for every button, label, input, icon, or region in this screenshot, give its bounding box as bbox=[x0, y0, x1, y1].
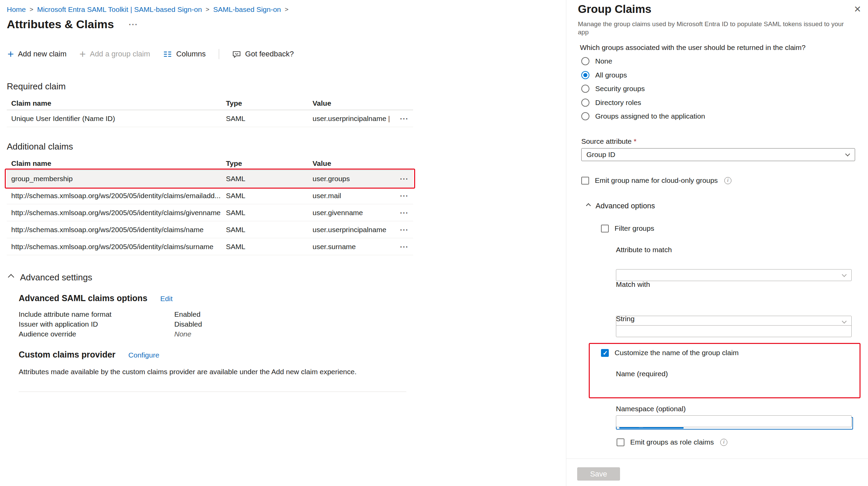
attribute-to-match-label: Attribute to match bbox=[616, 246, 672, 254]
attribute-to-match-dropdown[interactable] bbox=[616, 269, 852, 281]
table-row[interactable]: http://schemas.xmlsoap.org/ws/2005/05/id… bbox=[7, 204, 413, 221]
radio-label: Directory roles bbox=[595, 99, 641, 107]
more-options-icon[interactable] bbox=[128, 20, 138, 29]
kv-value: Enabled bbox=[174, 309, 200, 319]
checkbox-label: Customize the name of the group claim bbox=[615, 349, 739, 357]
page-title: Attributes & Claims bbox=[7, 18, 114, 31]
add-new-claim-button[interactable]: Add new claim bbox=[7, 49, 67, 59]
kv-value: None bbox=[174, 329, 191, 339]
breadcrumb-separator: > bbox=[206, 6, 209, 13]
emit-group-name-checkbox-row[interactable]: Emit group name for cloud-only groups bbox=[581, 176, 731, 185]
required-asterisk: * bbox=[634, 137, 636, 145]
additional-claims-table: Claim name Type Value group_membership S… bbox=[7, 157, 413, 255]
required-claims-table: Claim name Type Value Unique User Identi… bbox=[7, 97, 413, 127]
columns-button[interactable]: Columns bbox=[163, 50, 206, 59]
row-menu-button[interactable] bbox=[400, 208, 408, 217]
header-type: Type bbox=[226, 159, 313, 168]
breadcrumb-home[interactable]: Home bbox=[7, 5, 26, 14]
plus-icon bbox=[79, 49, 86, 59]
header-claim-name: Claim name bbox=[7, 159, 226, 168]
checkbox-checked-icon bbox=[601, 349, 609, 357]
columns-icon bbox=[163, 50, 172, 59]
columns-label: Columns bbox=[176, 50, 206, 58]
table-header-row: Claim name Type Value bbox=[7, 97, 413, 110]
configure-link[interactable]: Configure bbox=[128, 351, 159, 359]
info-icon bbox=[724, 177, 731, 184]
custom-claims-provider-row: Custom claims provider Configure bbox=[19, 350, 566, 360]
save-button[interactable]: Save bbox=[577, 467, 620, 481]
cell-claim-name: http://schemas.xmlsoap.org/ws/2005/05/id… bbox=[7, 209, 226, 217]
kv-label: Audience override bbox=[19, 329, 174, 339]
row-menu-button[interactable] bbox=[400, 225, 408, 234]
toolbar-divider bbox=[219, 49, 219, 59]
radio-label: Groups assigned to the application bbox=[595, 112, 705, 120]
kv-row: Audience override None bbox=[19, 329, 566, 339]
group-claims-panel: Group Claims Manage the group claims use… bbox=[566, 0, 868, 486]
advanced-options-toggle[interactable]: Advanced options bbox=[587, 202, 655, 210]
header-value: Value bbox=[313, 99, 389, 107]
radio-option-security-groups[interactable]: Security groups bbox=[581, 85, 645, 93]
cell-value: user.surname bbox=[313, 243, 389, 251]
table-row[interactable]: Unique User Identifier (Name ID) SAML us… bbox=[7, 110, 413, 127]
edit-link[interactable]: Edit bbox=[160, 295, 173, 303]
feedback-label: Got feedback? bbox=[245, 50, 294, 58]
cell-type: SAML bbox=[226, 175, 313, 183]
feedback-icon bbox=[232, 50, 241, 59]
cell-type: SAML bbox=[226, 209, 313, 217]
customize-name-checkbox-row[interactable]: Customize the name of the group claim bbox=[601, 349, 739, 357]
radio-option-all-groups[interactable]: All groups bbox=[581, 71, 627, 79]
info-icon bbox=[720, 439, 727, 446]
namespace-input[interactable] bbox=[616, 415, 852, 427]
required-claim-heading: Required claim bbox=[7, 81, 566, 92]
chevron-down-icon bbox=[845, 152, 850, 156]
checkbox-label: Emit group name for cloud-only groups bbox=[595, 176, 718, 185]
cell-value: user.groups bbox=[313, 175, 389, 183]
cell-claim-name: http://schemas.xmlsoap.org/ws/2005/05/id… bbox=[7, 226, 226, 234]
radio-option-directory-roles[interactable]: Directory roles bbox=[581, 99, 641, 107]
header-value: Value bbox=[313, 159, 389, 168]
radio-icon bbox=[581, 99, 589, 107]
main-content: Home > Microsoft Entra SAML Toolkit | SA… bbox=[0, 0, 566, 486]
table-row[interactable]: http://schemas.xmlsoap.org/ws/2005/05/id… bbox=[7, 187, 413, 204]
checkbox-label: Filter groups bbox=[615, 224, 654, 232]
radio-label: Security groups bbox=[595, 85, 645, 93]
dropdown-selected-value: Group ID bbox=[586, 151, 615, 159]
radio-icon bbox=[581, 57, 589, 65]
close-icon[interactable] bbox=[854, 5, 861, 14]
cell-value: user.userprincipalname [... bbox=[313, 115, 389, 123]
section-divider bbox=[19, 392, 406, 392]
table-row[interactable]: http://schemas.xmlsoap.org/ws/2005/05/id… bbox=[7, 238, 413, 255]
add-group-claim-button[interactable]: Add a group claim bbox=[79, 49, 150, 59]
radio-icon bbox=[581, 112, 589, 120]
table-row[interactable]: http://schemas.xmlsoap.org/ws/2005/05/id… bbox=[7, 221, 413, 238]
cell-value: user.userprincipalname bbox=[313, 226, 389, 234]
radio-label: None bbox=[595, 57, 612, 65]
filter-groups-checkbox-row[interactable]: Filter groups bbox=[601, 224, 654, 232]
table-header-row: Claim name Type Value bbox=[7, 157, 413, 170]
advanced-settings-toggle[interactable]: Advanced settings bbox=[9, 272, 566, 284]
checkbox-icon bbox=[617, 438, 624, 446]
feedback-button[interactable]: Got feedback? bbox=[232, 50, 294, 59]
string-input[interactable] bbox=[616, 325, 852, 337]
source-attribute-dropdown[interactable]: Group ID bbox=[581, 148, 855, 161]
header-claim-name: Claim name bbox=[7, 99, 226, 107]
row-menu-button[interactable] bbox=[400, 114, 408, 123]
namespace-optional-label: Namespace (optional) bbox=[616, 405, 686, 413]
chevron-down-icon bbox=[842, 272, 847, 277]
breadcrumb: Home > Microsoft Entra SAML Toolkit | SA… bbox=[0, 0, 566, 14]
chevron-up-icon bbox=[8, 274, 14, 280]
radio-option-groups-assigned[interactable]: Groups assigned to the application bbox=[581, 112, 705, 120]
emit-roles-checkbox-row[interactable]: Emit groups as role claims bbox=[617, 438, 727, 446]
row-menu-button[interactable] bbox=[400, 174, 408, 183]
breadcrumb-saml-toolkit[interactable]: Microsoft Entra SAML Toolkit | SAML-base… bbox=[37, 5, 202, 14]
breadcrumb-saml-signon[interactable]: SAML-based Sign-on bbox=[213, 5, 281, 14]
table-row-group-membership[interactable]: group_membership SAML user.groups bbox=[7, 170, 413, 187]
cell-type: SAML bbox=[226, 192, 313, 200]
row-menu-button[interactable] bbox=[400, 242, 408, 251]
breadcrumb-separator: > bbox=[30, 6, 33, 13]
radio-option-none[interactable]: None bbox=[581, 57, 612, 65]
cell-claim-name: http://schemas.xmlsoap.org/ws/2005/05/id… bbox=[7, 192, 226, 200]
advanced-settings-label: Advanced settings bbox=[20, 272, 92, 283]
breadcrumb-separator: > bbox=[285, 6, 288, 13]
row-menu-button[interactable] bbox=[400, 191, 408, 200]
